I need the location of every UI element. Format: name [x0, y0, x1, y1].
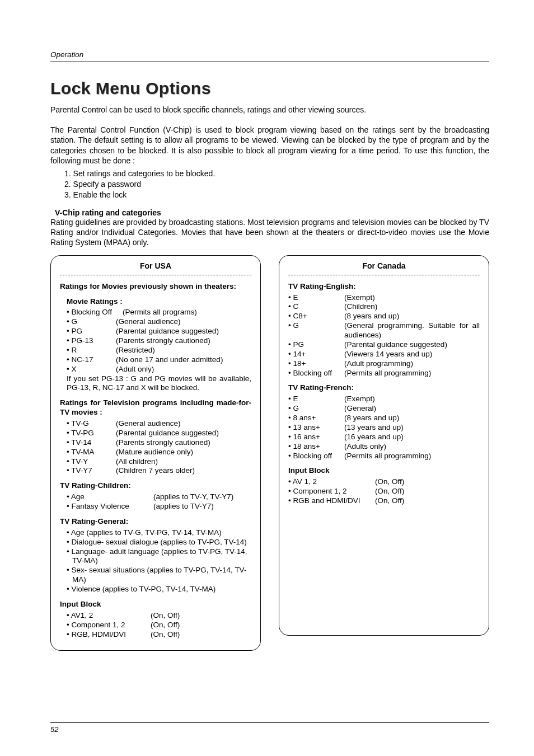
tv-rating-row: • TV-14(Parents strongly cautioned) — [67, 438, 251, 448]
can-fr-row: • 16 ans+(16 years and up) — [288, 433, 480, 442]
header-section: Operation — [50, 50, 489, 62]
input-row: • Component 1, 2(On, Off) — [67, 621, 251, 630]
tv-ratings-list: • TV-G(General audience) • TV-PG(Parenta… — [67, 419, 251, 476]
step-3: 3. Enable the lock — [64, 190, 489, 200]
general-item: • Dialogue- sexual dialogue (applies to … — [67, 538, 251, 547]
general-item: • Violence (applies to TV-PG, TV-14, TV-… — [67, 585, 251, 594]
can-eng-row: • E(Exempt) — [288, 293, 480, 303]
can-fr-list: • E(Exempt) • G(General) • 8 ans+(8 year… — [288, 395, 480, 461]
can-eng-row: • C8+(8 years and up) — [288, 312, 480, 321]
canada-box-title: For Canada — [288, 261, 480, 275]
usa-movies-heading: Ratings for Movies previously shown in t… — [60, 282, 251, 292]
general-item: • Age (applies to TV-G, TV-PG, TV-14, TV… — [67, 528, 251, 538]
step-1: 1. Set ratings and categories to be bloc… — [64, 168, 489, 179]
general-heading: TV Rating-General: — [60, 517, 251, 527]
canada-box: For Canada TV Rating-English: • E(Exempt… — [279, 255, 489, 636]
movie-rating-row: • PG-13(Parents strongly cautioned) — [67, 336, 251, 346]
movie-rating-row: • R(Restricted) — [67, 346, 251, 355]
can-input-heading: Input Block — [288, 466, 480, 476]
input-row: • RGB, HDMI/DVI(On, Off) — [67, 630, 251, 640]
can-fr-row: • E(Exempt) — [288, 395, 480, 404]
tv-rating-row: • TV-G(General audience) — [67, 419, 251, 429]
movie-rating-row: • G(General audience) — [67, 317, 251, 327]
can-eng-list: • E(Exempt) • C(Children) • C8+(8 years … — [288, 293, 480, 378]
general-list: • Age (applies to TV-G, TV-PG, TV-14, TV… — [60, 528, 251, 594]
can-eng-row: • Blocking off(Permits all programming) — [288, 369, 480, 378]
can-eng-row: • C(Children) — [288, 302, 480, 312]
can-eng-row: • PG(Parental guidance suggested) — [288, 340, 480, 350]
usa-box: For USA Ratings for Movies previously sh… — [50, 255, 261, 651]
can-fr-row: • G(General) — [288, 404, 480, 414]
can-fr-heading: TV Rating-French: — [288, 383, 480, 393]
tv-rating-row: • TV-PG(Parental guidance suggested) — [67, 429, 251, 438]
paragraph-1: The Parental Control Function (V-Chip) i… — [50, 125, 489, 166]
can-fr-row: • 13 ans+(13 years and up) — [288, 423, 480, 433]
can-eng-row: • G(General programming. Suitable for al… — [288, 321, 480, 340]
can-input-row: • RGB and HDMI/DVI(On, Off) — [288, 496, 480, 506]
children-list: • Age(applies to TV-Y, TV-Y7) • Fantasy … — [67, 492, 251, 511]
vchip-paragraph: Rating guidelines are provided by broadc… — [50, 217, 489, 248]
tv-rating-row: • TV-Y7(Children 7 years older) — [67, 466, 251, 476]
intro-text: Parental Control can be used to block sp… — [50, 105, 489, 115]
usa-box-title: For USA — [60, 261, 251, 275]
movie-rating-row: • PG(Parental guidance suggested) — [67, 327, 251, 336]
can-eng-heading: TV Rating-English: — [288, 282, 480, 292]
usa-input-heading: Input Block — [60, 600, 251, 609]
movie-ratings-label: Movie Ratings : — [67, 297, 251, 307]
children-heading: TV Rating-Children: — [60, 481, 251, 491]
movie-rating-row: • X(Adult only) — [67, 365, 251, 374]
can-eng-row: • 18+(Adult programming) — [288, 359, 480, 369]
usa-tv-heading: Ratings for Television programs includin… — [60, 398, 251, 417]
page-title: Lock Menu Options — [50, 79, 489, 98]
vchip-heading: V-Chip rating and categories — [55, 208, 489, 217]
can-input-row: • AV 1, 2(On, Off) — [288, 477, 480, 487]
step-2: 2. Specify a password — [64, 179, 489, 190]
can-eng-row: • 14+(Viewers 14 years and up) — [288, 350, 480, 359]
movie-ratings-list: • Blocking Off(Permits all programs) • G… — [67, 308, 251, 374]
can-fr-row: • 18 ans+(Adults only) — [288, 442, 480, 452]
can-fr-row: • 8 ans+(8 years and up) — [288, 414, 480, 423]
general-item: • Sex- sexual situations (applies to TV-… — [67, 566, 251, 585]
page-number: 52 — [50, 722, 489, 734]
usa-input-list: • AV1, 2(On, Off) • Component 1, 2(On, O… — [67, 611, 251, 640]
steps-list: 1. Set ratings and categories to be bloc… — [64, 168, 489, 200]
movie-rating-row: • NC-17(No one 17 and under admitted) — [67, 355, 251, 365]
general-item: • Language- adult language (applies to T… — [67, 547, 251, 566]
can-input-row: • Component 1, 2(On, Off) — [288, 487, 480, 496]
can-input-list: • AV 1, 2(On, Off) • Component 1, 2(On, … — [288, 477, 480, 506]
movie-rating-row: • Blocking Off(Permits all programs) — [67, 308, 251, 317]
children-row: • Age(applies to TV-Y, TV-Y7) — [67, 492, 251, 502]
tv-rating-row: • TV-MA(Mature audience only) — [67, 448, 251, 457]
children-row: • Fantasy Violence(applies to TV-Y7) — [67, 502, 251, 511]
movie-note: If you set PG-13 : G and PG movies will … — [67, 374, 251, 393]
can-fr-row: • Blocking off(Permits all programming) — [288, 452, 480, 461]
input-row: • AV1, 2(On, Off) — [67, 611, 251, 621]
tv-rating-row: • TV-Y(All children) — [67, 457, 251, 467]
